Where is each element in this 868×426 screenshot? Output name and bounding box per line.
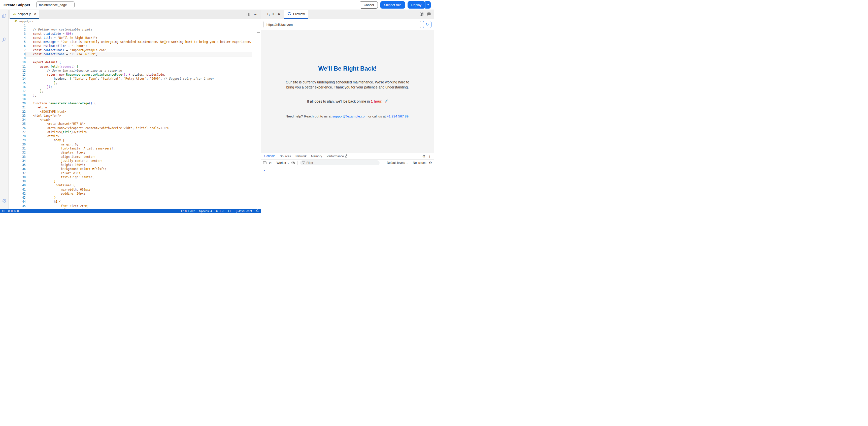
filter-input[interactable] [307,161,378,165]
tab-snippet-js[interactable]: JS snippet.js ✕ [10,10,39,19]
devtools-tab-console[interactable]: Console [262,153,278,159]
code-line[interactable]: 1 [8,24,261,27]
code-line[interactable]: 25<meta charset="UTF-8"> [8,122,261,126]
indent-guide [47,159,54,163]
files-icon[interactable] [1,13,7,19]
code-line[interactable]: 14headers: { "Content-Type": "text/html"… [8,77,261,81]
more-actions-icon[interactable]: ⋯ [254,12,258,17]
code-line[interactable]: 7const contactEmail = "support@example.c… [8,48,261,52]
console-filter[interactable] [300,160,380,165]
problems-indicator[interactable]: ⊗ 0 ⚠ 0 [8,209,19,212]
code-line[interactable]: 6const estimatedTime = "1 hour"; [8,44,261,48]
code-line[interactable]: 16}); [8,85,261,89]
devtools-kebab-menu-icon[interactable]: ⋮ [428,154,432,158]
code-line[interactable]: 44h1 { [8,200,261,204]
code-editor[interactable]: 12// Define your customizable inputs3con… [8,24,261,209]
code-line[interactable]: 26<meta name="viewport" content="width=d… [8,126,261,130]
code-line[interactable]: 36background-color: #f4f4f4; [8,167,261,171]
code-line[interactable]: 18}; [8,93,261,97]
console-settings-gear-icon[interactable]: ⚙ [429,161,432,165]
code-line[interactable]: 4const title = "We'll Be Right Back!"; [8,36,261,40]
status-language[interactable]: {} JavaScript [236,209,252,212]
url-input[interactable] [264,21,421,28]
code-line[interactable]: 22<!DOCTYPE html> [8,110,261,114]
status-encoding[interactable]: UTF-8 [216,209,224,212]
code-line[interactable]: 10export default { [8,60,261,64]
remote-indicator-icon[interactable]: >< [2,210,4,212]
code-line[interactable]: 15}, [8,81,261,85]
devtools-settings-gear-icon[interactable]: ⚙ [422,154,426,158]
code-line[interactable]: 45font-size: 2rem; [8,204,261,208]
deploy-button[interactable]: Deploy [408,1,425,8]
tab-http[interactable]: ⇆ HTTP [264,10,284,19]
devtools-tab-sources[interactable]: Sources [278,153,293,159]
status-eol[interactable]: LF [228,209,231,212]
discord-icon[interactable] [427,12,431,16]
issues-counter[interactable]: No Issues [413,161,426,165]
devtools-tab-performance[interactable]: Performance [324,153,350,159]
search-icon[interactable] [1,36,7,42]
code-line[interactable]: 13return new Response(generateMaintenanc… [8,73,261,77]
notifications-bell-icon[interactable] [256,209,259,213]
breadcrumb[interactable]: JS snippet.js › … [8,19,261,24]
code-line[interactable]: 11async fetch(request) { [8,64,261,68]
code-line[interactable]: 37color: #333; [8,171,261,175]
split-editor-icon[interactable] [247,12,250,16]
code-line[interactable]: 24<head> [8,118,261,122]
code-line[interactable]: 23<html lang="en"> [8,114,261,118]
code-line[interactable]: 33align-items: center; [8,155,261,159]
code-line[interactable]: 8const contactPhone = "+1 234 567 89"; [8,52,261,56]
code-line[interactable]: 43} [8,196,261,200]
editor-scrollbar[interactable] [252,24,261,209]
line-number: 7 [8,48,26,52]
devtools-tab-network[interactable]: Network [293,153,309,159]
docs-book-icon[interactable] [420,12,424,16]
code-line[interactable]: 17}, [8,89,261,93]
status-indentation[interactable]: Spaces: 4 [199,209,212,212]
console-sidebar-toggle-icon[interactable] [263,161,267,164]
code-line[interactable]: 3const statusCode = 503; [8,32,261,36]
code-line[interactable]: 27<title>${title}</title> [8,130,261,134]
clear-console-icon[interactable]: ⊘ [269,161,272,165]
breadcrumb-file[interactable]: snippet.js [19,20,30,23]
context-selector-dropdown[interactable]: Worker ▾ [277,161,289,165]
code-line[interactable]: 21return ` [8,105,261,109]
log-levels-dropdown[interactable]: Default levels ▾ [387,161,408,165]
code-line[interactable]: 31font-family: Arial, sans-serif; [8,146,261,150]
settings-gear-icon[interactable]: ⚙ [1,198,7,204]
snippet-rule-button[interactable]: Snippet rule [380,1,405,8]
status-cursor-position[interactable]: Ln 8, Col 2 [181,209,195,212]
code-line[interactable]: 32display: flex; [8,150,261,154]
code-line[interactable]: 20function generateMaintenancePage() { [8,101,261,105]
devtools-tab-memory[interactable]: Memory [309,153,324,159]
code-line[interactable]: 40.container { [8,183,261,187]
code-line[interactable]: 9 [8,56,261,60]
cancel-button[interactable]: Cancel [360,1,378,8]
code-line[interactable]: 39} [8,179,261,183]
code-line[interactable]: 30margin: 0; [8,142,261,146]
log-levels-label: Default levels [387,161,405,165]
console-output-area[interactable]: › [261,166,434,172]
close-tab-icon[interactable]: ✕ [34,12,36,16]
deploy-dropdown-button[interactable]: ▼ [425,1,431,8]
refresh-button[interactable]: ↻ [423,21,432,28]
code-line[interactable]: 29body { [8,138,261,142]
contact-email-link[interactable]: support@example.com [333,114,368,118]
code-line[interactable]: 5const message = "Our site is currently … [8,40,261,44]
live-expression-eye-icon[interactable] [291,161,295,164]
code-line[interactable]: 2// Define your customizable inputs [8,27,261,31]
contact-phone-link[interactable]: +1 234 567 89 [386,114,408,118]
breadcrumb-more[interactable]: … [34,20,37,23]
code-token: estimatedTime [43,44,66,48]
code-line[interactable]: 28<style> [8,134,261,138]
code-line[interactable]: 12// Serve the maintenance page as a res… [8,68,261,73]
tab-preview[interactable]: Preview [284,10,308,19]
code-line[interactable]: 41max-width: 600px; [8,188,261,192]
code-line[interactable]: 34justify-content: center; [8,159,261,163]
code-line[interactable]: 42padding: 20px; [8,192,261,196]
console-prompt-chevron[interactable]: › [264,168,265,172]
code-line[interactable]: 35height: 100vh; [8,163,261,167]
code-line[interactable]: 19 [8,97,261,101]
code-line[interactable]: 38text-align: center; [8,175,261,179]
snippet-name-input[interactable] [36,1,74,8]
